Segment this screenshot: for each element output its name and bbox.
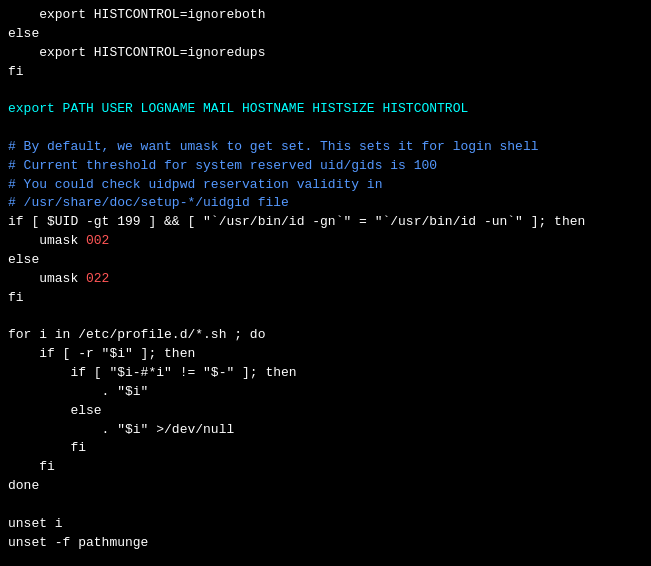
code-line: done <box>8 477 643 496</box>
terminal: export HISTCONTROL=ignoreboth else expor… <box>0 0 651 566</box>
empty-line <box>8 81 643 100</box>
code-line: . "$i" <box>8 383 643 402</box>
code-line: for i in /etc/profile.d/*.sh ; do <box>8 326 643 345</box>
comment-line: # /usr/share/doc/setup-*/uidgid file <box>8 194 643 213</box>
empty-line <box>8 552 643 566</box>
code-line: if [ -r "$i" ]; then <box>8 345 643 364</box>
empty-line <box>8 308 643 327</box>
code-line: umask 022 <box>8 270 643 289</box>
comment-line: # Current threshold for system reserved … <box>8 157 643 176</box>
code-line: export HISTCONTROL=ignoreboth <box>8 6 643 25</box>
empty-line <box>8 119 643 138</box>
code-line: unset i <box>8 515 643 534</box>
comment-line: # By default, we want umask to get set. … <box>8 138 643 157</box>
code-line: fi <box>8 439 643 458</box>
code-line: else <box>8 402 643 421</box>
empty-line <box>8 496 643 515</box>
code-line: else <box>8 25 643 44</box>
code-line: . "$i" >/dev/null <box>8 421 643 440</box>
code-line: fi <box>8 289 643 308</box>
code-line: umask 002 <box>8 232 643 251</box>
code-line: fi <box>8 458 643 477</box>
code-line: unset -f pathmunge <box>8 534 643 553</box>
code-line: if [ $UID -gt 199 ] && [ "`/usr/bin/id -… <box>8 213 643 232</box>
code-line: export HISTCONTROL=ignoredups <box>8 44 643 63</box>
code-line: if [ "$i-#*i" != "$-" ]; then <box>8 364 643 383</box>
comment-line: # You could check uidpwd reservation val… <box>8 176 643 195</box>
code-line: fi <box>8 63 643 82</box>
code-line: export PATH USER LOGNAME MAIL HOSTNAME H… <box>8 100 643 119</box>
code-line: else <box>8 251 643 270</box>
